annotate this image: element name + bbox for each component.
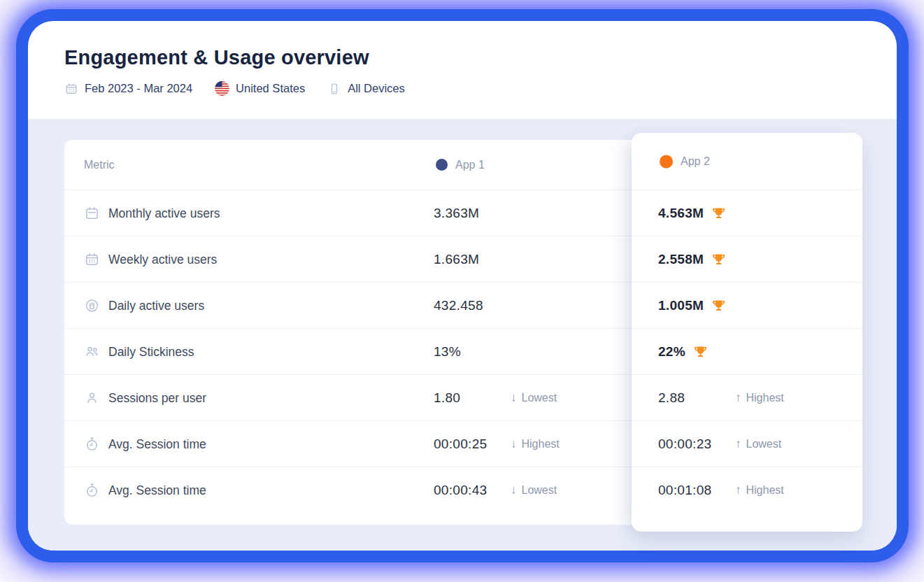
app2-value: 00:00:23 — [658, 436, 711, 452]
filter-bar: Feb 2023 - Mar 2024 — [64, 81, 860, 96]
app2-legend: App 2 — [660, 155, 710, 168]
app2-value-group: 1.005M — [658, 298, 726, 313]
comparison-badge: ↑ Lowest — [735, 437, 781, 451]
metric-label: Sessions per user — [108, 390, 206, 405]
device-label: All Devices — [348, 82, 405, 95]
page-title: Engagement & Usage overview — [64, 46, 860, 69]
trophy-icon — [693, 345, 708, 359]
mobile-device-icon — [327, 82, 341, 96]
app2-header-row: App 2 — [632, 133, 862, 190]
arrow-up-icon: ↑ — [735, 483, 741, 497]
badge-label: Lowest — [522, 484, 557, 497]
device-filter[interactable]: All Devices — [327, 82, 405, 96]
app2-row: 2.88 ↑ Highest — [632, 375, 862, 421]
arrow-down-icon: ↓ — [511, 437, 517, 451]
app1-name: App 1 — [455, 159, 485, 171]
calendar-icon — [64, 82, 78, 96]
stopwatch-icon — [84, 483, 100, 499]
app2-row: 1.005M — [632, 283, 862, 329]
app2-dot-icon — [660, 155, 673, 168]
app2-value: 4.563M — [658, 206, 704, 221]
trophy-icon — [711, 253, 726, 267]
card-header: Engagement & Usage overview — [28, 21, 897, 119]
app2-row: 00:01:08 ↑ Highest — [632, 467, 862, 532]
app2-row: 2.558M — [632, 236, 862, 283]
comparison-badge: ↑ Highest — [735, 483, 784, 497]
app2-name: App 2 — [681, 155, 710, 168]
metric-label: Monthly active users — [108, 206, 220, 220]
arrow-up-icon: ↑ — [735, 391, 741, 405]
country-filter[interactable]: United States — [215, 81, 305, 96]
app2-value: 1.005M — [658, 298, 704, 313]
arrow-up-icon: ↑ — [735, 437, 741, 451]
app2-value: 2.558M — [658, 252, 704, 267]
app1-value: 432.458 — [434, 298, 483, 313]
person-icon — [84, 390, 100, 406]
metric-label: Daily active users — [108, 298, 204, 313]
app1-value: 00:00:25 — [434, 436, 487, 452]
app2-value-group: 4.563M — [658, 206, 726, 221]
overview-card: Engagement & Usage overview — [28, 21, 897, 551]
us-flag-icon — [215, 81, 229, 96]
date-range-filter[interactable]: Feb 2023 - Mar 2024 — [64, 82, 192, 96]
card-body: Metric App 1 Monthly active use — [28, 119, 897, 551]
metric-column-header: Metric — [84, 159, 115, 171]
arrow-down-icon: ↓ — [511, 391, 517, 405]
metric-label: Avg. Session time — [108, 483, 206, 498]
app2-column-card: App 2 4.563M — [632, 133, 862, 532]
country-label: United States — [236, 82, 305, 95]
trophy-icon — [711, 299, 726, 313]
app2-value: 00:01:08 — [658, 483, 711, 498]
date-range-label: Feb 2023 - Mar 2024 — [85, 82, 192, 95]
badge-label: Lowest — [522, 392, 557, 404]
comparison-badge: ↓ Highest — [511, 437, 560, 451]
users-icon — [84, 343, 100, 360]
calendar-line-icon — [84, 205, 100, 221]
badge-label: Lowest — [746, 438, 782, 450]
app1-value: 3.363M — [434, 206, 479, 221]
badge-label: Highest — [746, 484, 784, 497]
app2-value-group: 2.558M — [658, 252, 726, 267]
app2-row: 22% — [632, 329, 862, 375]
app1-dot-icon — [436, 159, 448, 171]
app2-value: 22% — [658, 344, 685, 360]
app2-value-group: 22% — [658, 344, 708, 360]
app1-value: 1.663M — [434, 252, 479, 267]
calendar-grid-icon — [84, 251, 100, 267]
metric-label: Daily Stickiness — [108, 344, 194, 359]
app1-legend: App 1 — [436, 159, 485, 171]
app1-value: 00:00:43 — [434, 483, 487, 498]
page: Engagement & Usage overview — [0, 0, 924, 582]
app2-value: 2.88 — [658, 390, 685, 406]
app2-row: 00:00:23 ↑ Lowest — [632, 421, 862, 467]
app1-value: 1.80 — [434, 390, 460, 406]
arrow-down-icon: ↓ — [511, 483, 517, 497]
stopwatch-icon — [84, 436, 100, 452]
trophy-icon — [711, 206, 726, 220]
metric-label: Weekly active users — [108, 252, 217, 267]
app1-value: 13% — [434, 344, 461, 360]
comparison-badge: ↑ Highest — [735, 391, 784, 405]
circled-calendar-icon — [84, 297, 100, 313]
app2-row: 4.563M — [632, 190, 862, 236]
comparison-badge: ↓ Lowest — [511, 483, 557, 497]
metric-label: Avg. Session time — [108, 436, 206, 451]
badge-label: Highest — [522, 438, 560, 450]
badge-label: Highest — [746, 392, 784, 404]
comparison-badge: ↓ Lowest — [511, 391, 557, 405]
